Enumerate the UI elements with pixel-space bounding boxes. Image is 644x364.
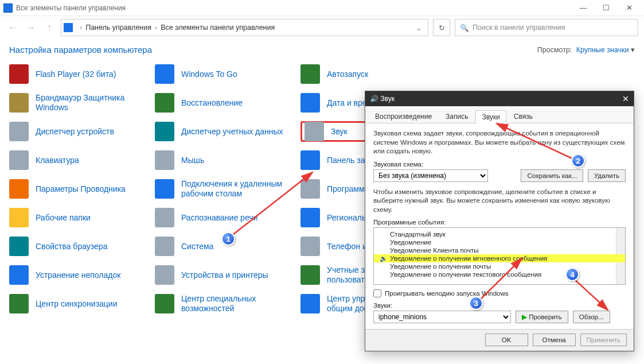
event-item[interactable]: Стандартный звук [374, 230, 625, 238]
breadcrumb-root[interactable]: Панель управления [85, 24, 151, 32]
item-icon [155, 265, 174, 285]
chevron-down-icon: ▾ [631, 46, 635, 54]
control-panel-item[interactable]: Восстановление [155, 92, 298, 113]
control-panel-item[interactable]: Подключения к удаленным рабочим столам [155, 179, 298, 199]
item-label: Восстановление [181, 98, 243, 108]
app-icon [3, 3, 13, 13]
breadcrumb-dropdown-icon[interactable]: ⌄ [412, 24, 426, 32]
control-panel-item[interactable]: Центр синхронизации [9, 293, 153, 314]
test-button[interactable]: ▶ Проверить [516, 311, 568, 323]
item-icon [9, 93, 29, 113]
breadcrumb-current[interactable]: Все элементы панели управления [161, 24, 275, 32]
item-icon [9, 122, 29, 141]
cancel-button[interactable]: Отмена [533, 334, 576, 346]
item-icon [9, 265, 29, 285]
annotation-marker-1: 1 [221, 232, 235, 246]
play-startup-checkbox[interactable]: Проигрывать мелодию запуска Windows [373, 289, 626, 297]
item-label: Диспетчер учетных данных [181, 127, 283, 137]
item-icon [155, 64, 174, 84]
event-item[interactable]: Уведомление о получении текстового сообщ… [374, 270, 625, 278]
item-label: Параметры Проводника [36, 184, 126, 194]
control-panel-item[interactable]: Свойства браузера [9, 236, 153, 257]
item-icon [155, 237, 174, 256]
event-item[interactable]: Уведомление о получении почты [374, 262, 625, 270]
control-panel-item[interactable]: Параметры Проводника [9, 179, 153, 199]
item-label: Устранение неполадок [36, 270, 120, 280]
control-panel-item[interactable]: Flash Player (32 бита) [9, 64, 153, 84]
item-icon [155, 93, 174, 113]
control-panel-item[interactable]: Мышь [155, 150, 298, 171]
tab-Запись[interactable]: Запись [439, 110, 474, 123]
item-label: Свойства браузера [36, 242, 107, 251]
scheme-label: Звуковая схема: [373, 161, 626, 168]
item-icon [9, 237, 29, 256]
annotation-marker-3: 3 [469, 296, 483, 310]
item-icon [300, 179, 320, 199]
search-icon: 🔍 [460, 24, 469, 32]
item-label: Система [181, 242, 213, 251]
item-label: Клавиатура [36, 156, 79, 165]
back-button[interactable]: ← [6, 21, 19, 34]
item-label: Центр синхронизации [36, 299, 118, 309]
save-as-button[interactable]: Сохранить как... [521, 169, 583, 182]
control-panel-item[interactable]: Диспетчер учетных данных [155, 121, 298, 142]
delete-button[interactable]: Удалить [588, 169, 626, 182]
control-panel-item[interactable]: Клавиатура [9, 150, 153, 171]
window-titlebar: Все элементы панели управления — ☐ ✕ [0, 0, 644, 16]
sounds-label: Звуки: [373, 302, 626, 309]
item-icon [300, 150, 320, 170]
dialog-tabs: ВоспроизведениеЗаписьЗвукиСвязь [365, 106, 634, 123]
control-panel-item[interactable]: Распознавание речи [155, 207, 298, 228]
control-panel-item[interactable]: Брандмауэр Защитника Windows [9, 92, 153, 113]
scheme-select[interactable]: Без звука (изменена) [373, 169, 488, 182]
item-icon [300, 93, 320, 113]
item-icon [155, 150, 174, 170]
refresh-button[interactable]: ↻ [433, 19, 450, 36]
apply-button[interactable]: Применить [580, 334, 627, 346]
item-icon [305, 122, 324, 141]
event-item[interactable]: Уведомление Клиента почты [374, 246, 625, 254]
event-item[interactable]: 🔉Уведомление о получении мгновенного соо… [374, 254, 625, 262]
sound-dialog: 🔊 Звук ✕ ВоспроизведениеЗаписьЗвукиСвязь… [365, 91, 634, 351]
control-panel-item[interactable]: Устройства и принтеры [155, 265, 298, 285]
item-label: Рабочие папки [36, 213, 91, 223]
events-label: Программные события: [373, 219, 626, 226]
item-icon [155, 179, 174, 199]
dialog-close-button[interactable]: ✕ [622, 94, 629, 103]
item-icon [300, 208, 320, 227]
item-icon [9, 64, 29, 84]
sound-select[interactable]: iphone_minions [373, 311, 511, 323]
forward-button[interactable]: → [24, 21, 38, 34]
breadcrumb[interactable]: › Панель управления › Все элементы панел… [61, 19, 428, 36]
item-label: Диспетчер устройств [36, 127, 114, 137]
search-input[interactable]: 🔍 Поиск в панели управления [455, 19, 638, 36]
event-item[interactable]: Уведомление [374, 238, 625, 246]
browse-button[interactable]: Обзор... [573, 311, 610, 323]
control-panel-item[interactable]: Устранение неполадок [9, 265, 153, 285]
item-label: Брандмауэр Защитника Windows [36, 93, 153, 113]
sound-icon: 🔉 [380, 255, 388, 262]
control-panel-item[interactable]: Windows To Go [155, 64, 298, 84]
item-icon [9, 179, 29, 199]
minimize-button[interactable]: — [572, 1, 595, 15]
up-button[interactable]: ↑ [42, 21, 56, 34]
item-label: Windows To Go [181, 69, 237, 79]
tab-Связь[interactable]: Связь [508, 110, 539, 123]
item-label: Устройства и принтеры [181, 270, 268, 280]
control-panel-icon [64, 23, 73, 32]
control-panel-item[interactable]: Автозапуск [300, 64, 444, 84]
events-listbox[interactable]: Стандартный звукУведомлениеУведомление К… [373, 227, 626, 285]
view-mode-selector[interactable]: Просмотр: Крупные значки ▾ [537, 45, 635, 54]
control-panel-item[interactable]: Центр специальных возможностей [155, 293, 298, 314]
tab-Звуки[interactable]: Звуки [475, 110, 506, 123]
maximize-button[interactable]: ☐ [595, 1, 618, 15]
ok-button[interactable]: OK [485, 334, 528, 346]
tab-Воспроизведение[interactable]: Воспроизведение [369, 110, 438, 123]
item-icon [300, 237, 320, 256]
control-panel-item[interactable]: Рабочие папки [9, 207, 153, 228]
item-icon [155, 208, 174, 227]
item-icon [155, 122, 174, 141]
control-panel-item[interactable]: Диспетчер устройств [9, 121, 153, 142]
item-icon [9, 208, 29, 227]
close-button[interactable]: ✕ [618, 1, 641, 15]
